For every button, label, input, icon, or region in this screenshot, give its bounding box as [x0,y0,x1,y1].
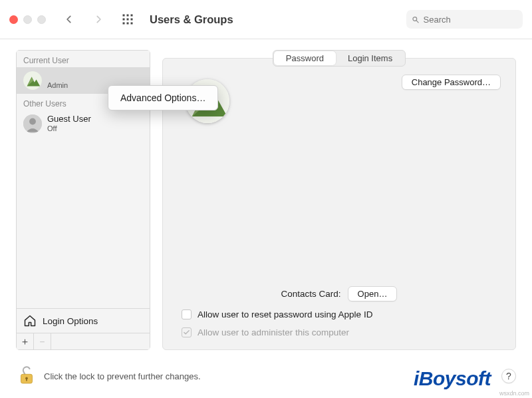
zoom-window-button[interactable] [37,15,46,24]
svg-rect-8 [131,23,133,25]
allow-admin-checkbox [182,327,192,337]
login-options-button[interactable]: Login Options [17,308,150,333]
contacts-card-label: Contacts Card: [281,289,341,299]
forward-button[interactable] [88,9,108,29]
user-name: Guest User [47,114,91,124]
allow-reset-label: Allow user to reset password using Apple… [198,309,372,319]
svg-rect-6 [123,23,125,25]
svg-rect-1 [127,15,129,17]
page-title: Users & Groups [150,13,233,26]
svg-rect-21 [26,378,27,381]
svg-rect-2 [131,15,133,17]
minimize-window-button[interactable] [23,15,32,24]
tab-bar: Password Login Items [162,50,516,66]
user-labels: Guest User Off [47,114,91,133]
url-watermark: wsxdn.com [499,390,529,397]
search-input[interactable] [424,15,517,25]
tab-password[interactable]: Password [274,51,336,65]
search-field[interactable] [406,10,523,29]
chevron-right-icon [94,15,103,24]
login-options-label: Login Options [43,316,98,326]
contacts-card-row: Contacts Card: Open… [178,286,501,301]
svg-rect-0 [123,15,125,17]
user-status: Off [47,124,91,133]
content-area: Current User in Admin Other Users [0,39,532,354]
help-button[interactable]: ? [501,369,516,383]
toolbar: Users & Groups [0,0,532,39]
change-password-button[interactable]: Change Password… [402,75,501,90]
sidebar-item-guest-user[interactable]: Guest User Off [17,110,150,137]
allow-admin-row: Allow user to administer this computer [178,327,501,337]
avatar [23,114,42,133]
unlocked-lock-icon [17,364,36,387]
lock-hint-text: Click the lock to prevent further change… [44,371,201,381]
avatar [23,71,42,90]
home-icon [23,314,37,327]
svg-rect-5 [131,19,133,21]
svg-rect-7 [127,23,129,25]
sidebar-footer: ＋ － [17,333,150,349]
show-all-button[interactable] [118,9,138,29]
lock-button[interactable] [17,364,36,389]
svg-rect-4 [127,19,129,21]
allow-admin-label: Allow user to administer this computer [198,327,349,337]
tab-login-items[interactable]: Login Items [336,51,404,65]
user-labels: in Admin [47,71,68,90]
remove-user-button[interactable]: － [34,333,51,349]
context-menu: Advanced Options… [108,85,218,110]
open-contacts-button[interactable]: Open… [348,286,398,301]
add-user-button[interactable]: ＋ [17,333,34,349]
back-button[interactable] [59,9,79,29]
brand-watermark: iBoysoft [414,367,491,390]
user-role: Admin [47,81,68,90]
grid-icon [122,13,134,25]
svg-point-15 [29,118,36,125]
guest-avatar-icon [23,114,42,133]
current-user-header: Current User [17,51,150,67]
chevron-left-icon [65,15,74,24]
footer: Click the lock to prevent further change… [0,354,532,398]
window-controls [9,15,46,24]
menu-item-advanced-options[interactable]: Advanced Options… [111,89,215,107]
checkmark-icon [183,329,190,336]
mountain-avatar-icon [23,71,42,90]
allow-reset-row[interactable]: Allow user to reset password using Apple… [178,309,501,319]
tab-segmented-control: Password Login Items [273,50,406,67]
svg-line-10 [416,20,418,22]
search-icon [412,15,420,24]
svg-rect-3 [123,19,125,21]
close-window-button[interactable] [9,15,18,24]
allow-reset-checkbox[interactable] [182,309,192,319]
